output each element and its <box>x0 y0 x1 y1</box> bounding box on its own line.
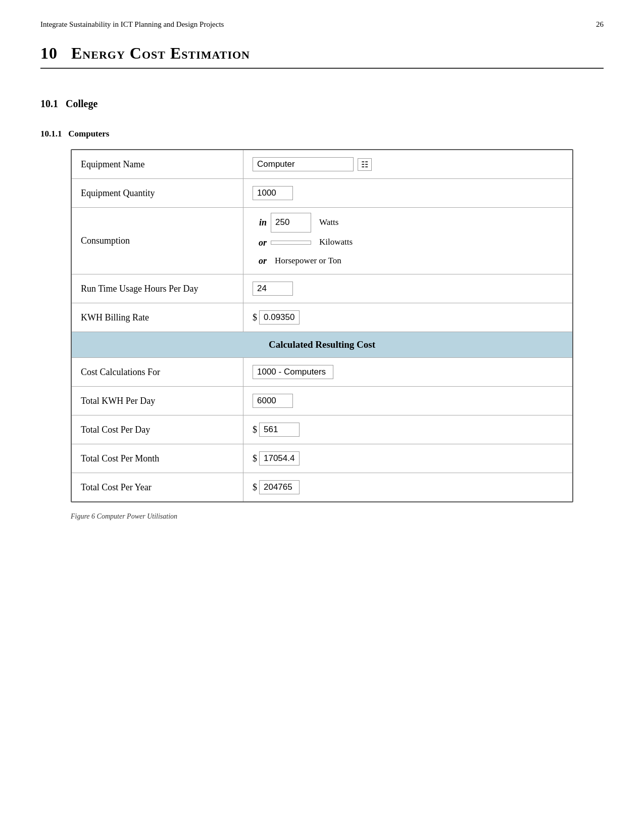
section-title-text: Energy Cost Estimation <box>71 44 250 62</box>
label-cost-calc-for: Cost Calculations For <box>72 358 243 386</box>
consumption-row-3: or Horsepower or Ton <box>253 253 353 269</box>
value-total-cost-month: $ 17054.4 <box>243 444 572 473</box>
section-number: 10 <box>40 44 58 62</box>
consumption-inputs: in 250 Watts or Kilowatts or Horsepower … <box>253 213 353 269</box>
energy-table: Equipment Name Computer ☷ Equipment Quan… <box>71 149 573 502</box>
table-row: Total KWH Per Day 6000 <box>72 387 572 415</box>
total-kwh-input[interactable]: 6000 <box>253 394 293 408</box>
consumption-kw-input[interactable] <box>271 241 311 245</box>
calculated-cost-header: Calculated Resulting Cost <box>72 332 572 358</box>
in-label: in <box>253 214 267 230</box>
value-kwh-billing: $ 0.09350 <box>243 303 572 332</box>
figure-caption: Figure 6 Computer Power Utilisation <box>71 513 604 521</box>
label-total-cost-year: Total Cost Per Year <box>72 473 243 501</box>
table-row: Equipment Quantity 1000 <box>72 179 572 208</box>
cost-calc-for-input[interactable]: 1000 - Computers <box>253 365 333 379</box>
table-row: Consumption in 250 Watts or Kilowatts <box>72 208 572 274</box>
total-cost-year-input[interactable]: 204765 <box>259 480 300 494</box>
table-row: Equipment Name Computer ☷ <box>72 150 572 179</box>
table-row: Run Time Usage Hours Per Day 24 <box>72 274 572 303</box>
section-title: 10 Energy Cost Estimation <box>40 44 604 69</box>
label-consumption: Consumption <box>72 208 243 274</box>
total-cost-day-input[interactable]: 561 <box>259 423 300 437</box>
table-row: Total Cost Per Year $ 204765 <box>72 473 572 501</box>
page: Integrate Sustainability in ICT Planning… <box>0 0 644 834</box>
label-kwh-billing: KWH Billing Rate <box>72 303 243 332</box>
equipment-quantity-input[interactable]: 1000 <box>253 186 293 200</box>
consumption-row-1: in 250 Watts <box>253 213 353 233</box>
label-total-cost-day: Total Cost Per Day <box>72 415 243 444</box>
sub-section-title-text: College <box>66 98 97 109</box>
kwh-billing-input[interactable]: 0.09350 <box>259 310 300 325</box>
label-runtime: Run Time Usage Hours Per Day <box>72 274 243 303</box>
table-row: Total Cost Per Day $ 561 <box>72 415 572 444</box>
unit-horsepower: Horsepower or Ton <box>275 253 341 269</box>
value-equipment-name: Computer ☷ <box>243 150 572 178</box>
value-runtime: 24 <box>243 274 572 303</box>
value-total-cost-day: $ 561 <box>243 415 572 444</box>
label-total-kwh: Total KWH Per Day <box>72 387 243 415</box>
or-label-2: or <box>253 253 267 269</box>
header-title: Integrate Sustainability in ICT Planning… <box>40 20 224 29</box>
dollar-sign-month: $ <box>253 453 257 464</box>
total-cost-month-input[interactable]: 17054.4 <box>259 451 300 466</box>
value-equipment-quantity: 1000 <box>243 179 572 207</box>
equipment-name-input[interactable]: Computer <box>253 157 354 171</box>
consumption-row-2: or Kilowatts <box>253 235 353 251</box>
table-row: Cost Calculations For 1000 - Computers <box>72 358 572 387</box>
value-cost-calc-for: 1000 - Computers <box>243 358 572 386</box>
value-consumption: in 250 Watts or Kilowatts or Horsepower … <box>243 208 572 274</box>
label-equipment-name: Equipment Name <box>72 150 243 178</box>
table-row: KWH Billing Rate $ 0.09350 <box>72 303 572 332</box>
runtime-input[interactable]: 24 <box>253 282 293 296</box>
sub-section-title: 10.1 College <box>40 98 604 110</box>
page-number: 26 <box>596 20 604 29</box>
label-total-cost-month: Total Cost Per Month <box>72 444 243 473</box>
unit-kilowatts: Kilowatts <box>319 235 353 250</box>
equipment-name-icon[interactable]: ☷ <box>358 158 372 171</box>
value-total-cost-year: $ 204765 <box>243 473 572 501</box>
dollar-sign-day: $ <box>253 425 257 435</box>
dollar-sign-billing: $ <box>253 312 257 323</box>
unit-watts: Watts <box>319 215 338 230</box>
sub-section-number: 10.1 <box>40 98 58 109</box>
consumption-value-input[interactable]: 250 <box>271 213 311 233</box>
sub-sub-section-title-text: Computers <box>68 129 109 138</box>
page-header: Integrate Sustainability in ICT Planning… <box>40 20 604 29</box>
label-equipment-quantity: Equipment Quantity <box>72 179 243 207</box>
value-total-kwh: 6000 <box>243 387 572 415</box>
or-label-1: or <box>253 235 267 251</box>
sub-sub-section-number: 10.1.1 <box>40 129 62 138</box>
table-row: Total Cost Per Month $ 17054.4 <box>72 444 572 473</box>
dollar-sign-year: $ <box>253 482 257 493</box>
sub-sub-section-title: 10.1.1 Computers <box>40 129 604 139</box>
